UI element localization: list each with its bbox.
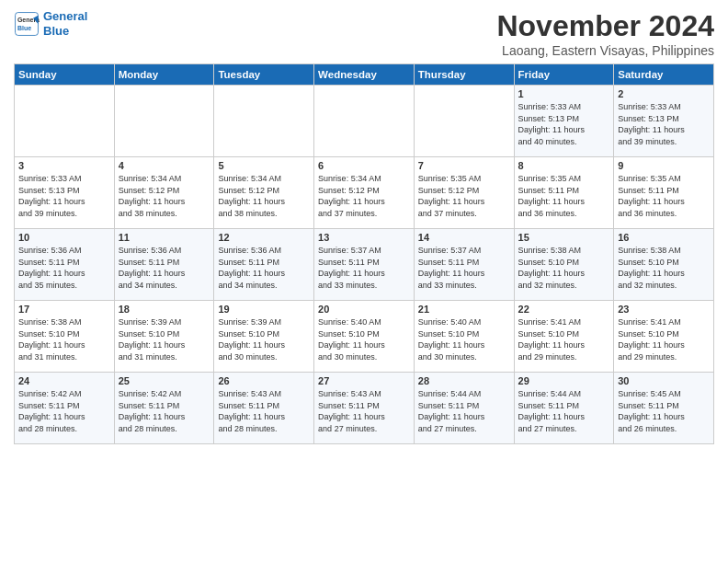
calendar-day-cell: 20Sunrise: 5:40 AM Sunset: 5:10 PM Dayli… bbox=[314, 301, 415, 373]
day-number: 16 bbox=[618, 232, 710, 243]
calendar-week-row: 24Sunrise: 5:42 AM Sunset: 5:11 PM Dayli… bbox=[15, 373, 714, 444]
weekday-header-cell: Thursday bbox=[414, 64, 514, 86]
day-info: Sunrise: 5:37 AM Sunset: 5:11 PM Dayligh… bbox=[318, 245, 410, 291]
day-info: Sunrise: 5:36 AM Sunset: 5:11 PM Dayligh… bbox=[218, 245, 310, 291]
day-number: 20 bbox=[318, 304, 410, 315]
logo-icon: General Blue bbox=[14, 11, 40, 37]
weekday-header-cell: Friday bbox=[514, 64, 614, 86]
day-info: Sunrise: 5:38 AM Sunset: 5:10 PM Dayligh… bbox=[18, 316, 110, 362]
day-number: 8 bbox=[518, 160, 610, 171]
day-number: 7 bbox=[418, 160, 510, 171]
day-number: 21 bbox=[418, 304, 510, 315]
day-number: 30 bbox=[618, 375, 710, 386]
day-number: 17 bbox=[18, 304, 110, 315]
calendar-day-cell: 18Sunrise: 5:39 AM Sunset: 5:10 PM Dayli… bbox=[114, 301, 214, 373]
day-number: 15 bbox=[518, 232, 610, 243]
calendar-day-cell: 29Sunrise: 5:44 AM Sunset: 5:11 PM Dayli… bbox=[514, 373, 614, 444]
day-info: Sunrise: 5:40 AM Sunset: 5:10 PM Dayligh… bbox=[418, 316, 510, 362]
calendar-day-cell bbox=[15, 86, 115, 157]
day-info: Sunrise: 5:37 AM Sunset: 5:11 PM Dayligh… bbox=[418, 245, 510, 291]
calendar-week-row: 17Sunrise: 5:38 AM Sunset: 5:10 PM Dayli… bbox=[15, 301, 714, 373]
day-number: 3 bbox=[18, 160, 110, 171]
day-number: 9 bbox=[618, 160, 710, 171]
day-info: Sunrise: 5:34 AM Sunset: 5:12 PM Dayligh… bbox=[119, 173, 210, 219]
day-info: Sunrise: 5:38 AM Sunset: 5:10 PM Dayligh… bbox=[618, 245, 710, 291]
calendar-day-cell: 8Sunrise: 5:35 AM Sunset: 5:11 PM Daylig… bbox=[514, 157, 614, 229]
calendar-day-cell: 13Sunrise: 5:37 AM Sunset: 5:11 PM Dayli… bbox=[314, 229, 415, 301]
day-number: 28 bbox=[418, 375, 510, 386]
day-info: Sunrise: 5:34 AM Sunset: 5:12 PM Dayligh… bbox=[318, 173, 410, 219]
day-info: Sunrise: 5:39 AM Sunset: 5:10 PM Dayligh… bbox=[218, 316, 310, 362]
calendar-day-cell: 9Sunrise: 5:35 AM Sunset: 5:11 PM Daylig… bbox=[614, 157, 714, 229]
month-title: November 2024 bbox=[496, 9, 714, 43]
calendar-day-cell: 16Sunrise: 5:38 AM Sunset: 5:10 PM Dayli… bbox=[614, 229, 714, 301]
day-info: Sunrise: 5:35 AM Sunset: 5:11 PM Dayligh… bbox=[618, 173, 710, 219]
calendar-day-cell: 17Sunrise: 5:38 AM Sunset: 5:10 PM Dayli… bbox=[15, 301, 115, 373]
day-info: Sunrise: 5:44 AM Sunset: 5:11 PM Dayligh… bbox=[418, 388, 510, 434]
page-header: General Blue GeneralBlue November 2024 L… bbox=[14, 9, 714, 58]
day-info: Sunrise: 5:35 AM Sunset: 5:12 PM Dayligh… bbox=[418, 173, 510, 219]
calendar-day-cell: 7Sunrise: 5:35 AM Sunset: 5:12 PM Daylig… bbox=[414, 157, 514, 229]
calendar-body: 1Sunrise: 5:33 AM Sunset: 5:13 PM Daylig… bbox=[15, 86, 714, 444]
calendar-day-cell: 24Sunrise: 5:42 AM Sunset: 5:11 PM Dayli… bbox=[15, 373, 115, 444]
day-info: Sunrise: 5:41 AM Sunset: 5:10 PM Dayligh… bbox=[518, 316, 610, 362]
calendar-week-row: 10Sunrise: 5:36 AM Sunset: 5:11 PM Dayli… bbox=[15, 229, 714, 301]
day-info: Sunrise: 5:44 AM Sunset: 5:11 PM Dayligh… bbox=[518, 388, 610, 434]
calendar-day-cell: 5Sunrise: 5:34 AM Sunset: 5:12 PM Daylig… bbox=[214, 157, 314, 229]
calendar-day-cell: 30Sunrise: 5:45 AM Sunset: 5:11 PM Dayli… bbox=[614, 373, 714, 444]
day-info: Sunrise: 5:42 AM Sunset: 5:11 PM Dayligh… bbox=[119, 388, 210, 434]
calendar-day-cell: 2Sunrise: 5:33 AM Sunset: 5:13 PM Daylig… bbox=[614, 86, 714, 157]
day-info: Sunrise: 5:43 AM Sunset: 5:11 PM Dayligh… bbox=[218, 388, 310, 434]
day-number: 12 bbox=[218, 232, 310, 243]
day-info: Sunrise: 5:38 AM Sunset: 5:10 PM Dayligh… bbox=[518, 245, 610, 291]
day-info: Sunrise: 5:42 AM Sunset: 5:11 PM Dayligh… bbox=[18, 388, 110, 434]
weekday-header-cell: Monday bbox=[114, 64, 214, 86]
location-subtitle: Laoang, Eastern Visayas, Philippines bbox=[496, 43, 714, 58]
weekday-header-cell: Tuesday bbox=[214, 64, 314, 86]
day-number: 18 bbox=[119, 304, 210, 315]
svg-text:Blue: Blue bbox=[17, 25, 31, 31]
day-info: Sunrise: 5:45 AM Sunset: 5:11 PM Dayligh… bbox=[618, 388, 710, 434]
calendar-day-cell: 21Sunrise: 5:40 AM Sunset: 5:10 PM Dayli… bbox=[414, 301, 514, 373]
weekday-header-cell: Saturday bbox=[614, 64, 714, 86]
day-number: 22 bbox=[518, 304, 610, 315]
day-info: Sunrise: 5:43 AM Sunset: 5:11 PM Dayligh… bbox=[318, 388, 410, 434]
calendar-day-cell: 14Sunrise: 5:37 AM Sunset: 5:11 PM Dayli… bbox=[414, 229, 514, 301]
calendar-day-cell: 28Sunrise: 5:44 AM Sunset: 5:11 PM Dayli… bbox=[414, 373, 514, 444]
day-number: 2 bbox=[618, 88, 710, 99]
weekday-header-row: SundayMondayTuesdayWednesdayThursdayFrid… bbox=[15, 64, 714, 86]
calendar-day-cell: 23Sunrise: 5:41 AM Sunset: 5:10 PM Dayli… bbox=[614, 301, 714, 373]
day-info: Sunrise: 5:35 AM Sunset: 5:11 PM Dayligh… bbox=[518, 173, 610, 219]
day-info: Sunrise: 5:33 AM Sunset: 5:13 PM Dayligh… bbox=[618, 101, 710, 147]
calendar-day-cell bbox=[214, 86, 314, 157]
weekday-header-cell: Wednesday bbox=[314, 64, 415, 86]
calendar-day-cell: 1Sunrise: 5:33 AM Sunset: 5:13 PM Daylig… bbox=[514, 86, 614, 157]
title-block: November 2024 Laoang, Eastern Visayas, P… bbox=[496, 9, 714, 58]
calendar-table: SundayMondayTuesdayWednesdayThursdayFrid… bbox=[14, 63, 714, 444]
day-info: Sunrise: 5:40 AM Sunset: 5:10 PM Dayligh… bbox=[318, 316, 410, 362]
day-number: 24 bbox=[18, 375, 110, 386]
calendar-day-cell: 22Sunrise: 5:41 AM Sunset: 5:10 PM Dayli… bbox=[514, 301, 614, 373]
calendar-day-cell bbox=[114, 86, 214, 157]
calendar-day-cell: 3Sunrise: 5:33 AM Sunset: 5:13 PM Daylig… bbox=[15, 157, 115, 229]
calendar-day-cell: 10Sunrise: 5:36 AM Sunset: 5:11 PM Dayli… bbox=[15, 229, 115, 301]
day-number: 4 bbox=[119, 160, 210, 171]
calendar-day-cell: 25Sunrise: 5:42 AM Sunset: 5:11 PM Dayli… bbox=[114, 373, 214, 444]
svg-rect-0 bbox=[16, 12, 39, 35]
day-number: 6 bbox=[318, 160, 410, 171]
calendar-day-cell: 19Sunrise: 5:39 AM Sunset: 5:10 PM Dayli… bbox=[214, 301, 314, 373]
day-number: 29 bbox=[518, 375, 610, 386]
calendar-day-cell bbox=[314, 86, 415, 157]
day-number: 1 bbox=[518, 88, 610, 99]
day-info: Sunrise: 5:36 AM Sunset: 5:11 PM Dayligh… bbox=[119, 245, 210, 291]
day-info: Sunrise: 5:34 AM Sunset: 5:12 PM Dayligh… bbox=[218, 173, 310, 219]
day-number: 11 bbox=[119, 232, 210, 243]
day-info: Sunrise: 5:33 AM Sunset: 5:13 PM Dayligh… bbox=[18, 173, 110, 219]
calendar-week-row: 3Sunrise: 5:33 AM Sunset: 5:13 PM Daylig… bbox=[15, 157, 714, 229]
day-number: 10 bbox=[18, 232, 110, 243]
day-number: 13 bbox=[318, 232, 410, 243]
day-number: 14 bbox=[418, 232, 510, 243]
day-number: 27 bbox=[318, 375, 410, 386]
day-number: 5 bbox=[218, 160, 310, 171]
day-info: Sunrise: 5:39 AM Sunset: 5:10 PM Dayligh… bbox=[119, 316, 210, 362]
